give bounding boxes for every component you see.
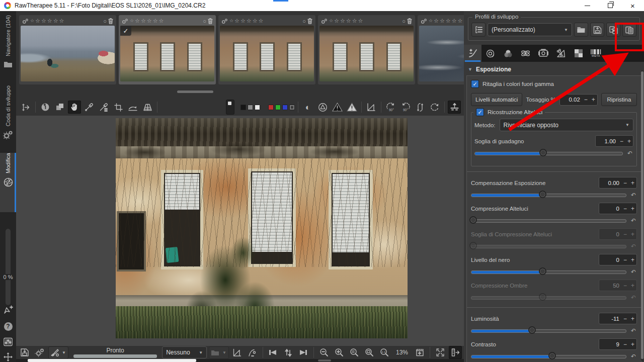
paste-profile-icon[interactable] [622,23,636,37]
star-icon[interactable]: ☆ [135,18,140,24]
reset-button[interactable]: Ripristina [601,93,637,106]
panel-scrollbar-thumb[interactable] [641,71,643,359]
perspective-icon[interactable] [141,101,154,114]
channel-blue-swatch[interactable] [282,105,288,110]
star-icon[interactable]: ☆ [247,18,252,24]
reset-icon[interactable] [626,150,633,156]
filmstrip-thumbnail-selected[interactable]: ☆ ☆☆☆☆☆ ○ ✓ [119,15,216,84]
value-spinner[interactable]: 9 [599,338,637,350]
star-icon[interactable]: ☆ [59,18,64,24]
decrement-button[interactable] [621,316,629,322]
tab-raw[interactable] [552,45,570,62]
slider-knob[interactable] [528,326,536,334]
tab-advanced[interactable] [517,45,534,62]
star-icon[interactable]: ☆ [440,18,445,24]
value-spinner[interactable]: 1.00 [595,135,633,147]
hand-icon[interactable] [68,101,81,114]
gamut-check-icon[interactable] [316,101,329,114]
reset-icon[interactable] [630,269,637,275]
tab-color[interactable] [499,45,517,62]
horizontal-scrollbar[interactable] [16,359,464,362]
detach-editor-icon[interactable] [2,304,14,316]
reset-icon[interactable] [630,218,637,224]
unrank-star-icon[interactable]: ☆ [30,19,34,23]
crop-icon[interactable] [112,101,125,114]
rotate-right-90-icon[interactable]: 90° [399,101,412,114]
bg-color-swatch-light[interactable] [255,105,260,110]
histogram-profile-icon[interactable] [231,346,244,359]
trash-icon[interactable] [307,18,313,24]
fill-profile-icon[interactable] [471,23,486,37]
decrement-button[interactable] [621,180,629,186]
slider-knob[interactable] [548,352,556,359]
color-label-icon[interactable]: ○ [302,18,306,24]
value-spinner[interactable]: 0.00 [599,177,637,189]
save-icon[interactable] [18,346,31,359]
photo-abandoned-building[interactable] [116,118,408,338]
rotate-icon[interactable] [428,101,441,114]
color-picker-curve-icon[interactable] [246,346,259,359]
star-icon[interactable]: ☆ [434,18,439,24]
help-icon[interactable]: ? [2,320,14,332]
sidebar-tab-coda[interactable]: Coda di sviluppo [0,85,16,147]
slider-knob[interactable] [469,216,477,224]
star-icon[interactable]: ☆ [53,18,58,24]
gears-icon[interactable] [33,346,46,359]
zoom-in-icon[interactable] [333,346,346,359]
increment-button[interactable] [629,206,636,212]
panel-scrollbar[interactable] [641,70,643,361]
flip-icon[interactable] [414,101,427,114]
value-spinner[interactable]: 0 [599,254,637,265]
increment-button[interactable] [629,316,636,322]
star-icon[interactable]: ☆ [240,18,246,24]
star-icon[interactable]: ☆ [41,18,46,24]
hl-method-select[interactable]: Riverniciare opposto ▼ [500,119,633,131]
tab-exposure[interactable] [464,45,481,62]
sidebar-tab-navigatore[interactable]: Navigatore (104) [0,15,16,75]
next-image-icon[interactable] [297,346,310,359]
close-button[interactable]: × [621,0,644,11]
increment-button[interactable] [629,257,636,263]
chevron-down-icon[interactable]: ▼ [60,350,68,355]
decrement-button[interactable] [621,341,629,347]
unrank-star-icon[interactable]: ☆ [130,19,134,23]
histogram-profile-icon[interactable] [365,101,378,114]
color-label-icon[interactable]: ○ [203,18,206,24]
increment-button[interactable] [629,180,636,186]
external-editor-icon[interactable] [209,347,220,358]
zoom-100-icon[interactable]: 1:1 [378,346,391,359]
star-icon[interactable]: ☆ [147,18,152,24]
rotate-left-90-icon[interactable]: 90° [384,101,397,114]
channel-green-swatch[interactable] [275,105,281,110]
star-icon[interactable]: ☆ [259,18,264,24]
star-icon[interactable]: ☆ [446,18,451,24]
zoom-fit-icon[interactable] [348,346,361,359]
decrement-button[interactable] [621,206,629,212]
minimize-button[interactable] [576,0,599,11]
filmstrip-thumbnail[interactable]: ☆ ☆☆☆☆☆ ○ [19,15,116,84]
star-icon[interactable]: ☆ [346,18,351,24]
value-spinner[interactable]: 0 [599,203,637,214]
channel-red-swatch[interactable] [268,105,274,110]
load-profile-icon[interactable] [574,23,588,37]
star-icon[interactable]: ☆ [358,18,363,24]
swap-updown-icon[interactable] [282,346,295,359]
dock-icon[interactable] [448,101,461,114]
slider-knob[interactable] [539,191,546,198]
tab-transform[interactable] [534,45,552,62]
clip-spinner[interactable]: 0.02 [559,94,598,106]
wb-pipette-icon[interactable] [97,101,110,114]
slider[interactable] [471,194,626,197]
sidebar-tab-modifica[interactable]: Modifica [0,153,16,212]
preferences-icon[interactable] [2,336,14,348]
increment-button[interactable] [590,97,597,103]
save-profile-icon[interactable] [590,23,604,37]
color-label-icon[interactable]: ○ [402,18,406,24]
trash-icon[interactable] [407,18,413,24]
star-icon[interactable]: ☆ [153,18,158,24]
slider[interactable] [471,270,626,274]
slider-knob[interactable] [539,267,546,275]
filmstrip-thumbnail[interactable]: ☆ ☆☆☆☆☆ ○ [218,15,315,84]
fullscreen-icon[interactable] [2,351,14,362]
slider[interactable] [474,152,623,155]
